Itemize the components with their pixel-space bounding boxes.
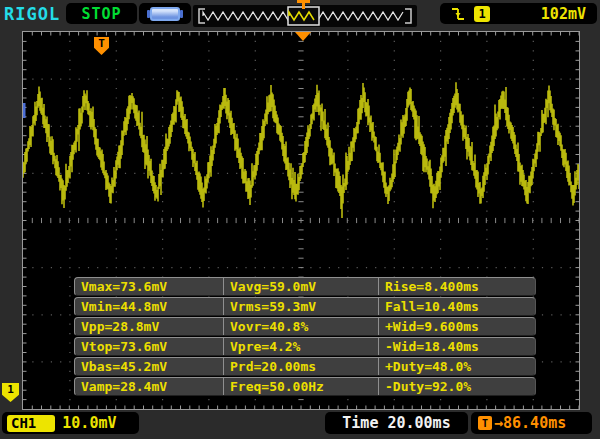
channel1-badge: CH1 [7,415,55,432]
measurement-cell: -Duty=92.0% [378,378,535,395]
timebase-value: Time 20.00ms [342,414,450,432]
measurement-cell: Vbas=45.2mV [75,358,223,375]
battery-icon [147,7,183,21]
oscilloscope-screen: RIGOL STOP 1 102mV T 1 Vmax=73.6mVVavg=5… [0,0,600,439]
trigger-offset-readout: T →86.40ms [471,412,592,434]
trigger-level-value: 102mV [541,5,586,23]
measurement-cell: Vmax=73.6mV [75,278,223,295]
measurement-cell: Rise=8.400ms [378,278,535,295]
measurement-cell: Fall=10.40ms [378,298,535,315]
falling-edge-icon [451,6,465,22]
trigger-info: 1 102mV [440,3,597,24]
measurement-row: Vamp=28.4mVFreq=50.00Hz-Duty=92.0% [74,377,536,396]
measurement-row: Vbas=45.2mVPrd=20.00ms+Duty=48.0% [74,357,536,376]
channel1-status: CH1 10.0mV [2,412,139,434]
brand-logo: RIGOL [4,4,60,24]
measurements-panel: Vmax=73.6mVVavg=59.0mVRise=8.400msVmin=4… [74,277,536,397]
measurement-cell: Vamp=28.4mV [75,378,223,395]
measurement-cell: Prd=20.00ms [223,358,378,375]
measurement-cell: -Wid=18.40ms [378,338,535,355]
measurement-cell: Vpre=4.2% [223,338,378,355]
run-status-label: STOP [81,5,121,23]
measurement-row: Vmax=73.6mVVavg=59.0mVRise=8.400ms [74,277,536,296]
measurement-cell: Vovr=40.8% [223,318,378,335]
measurement-cell: Vtop=73.6mV [75,338,223,355]
trigger-offset-t-icon: T [478,416,492,430]
timebase-readout: Time 20.00ms [325,412,468,434]
channel1-badge-label: CH1 [11,415,36,431]
trigger-offset-value: →86.40ms [494,414,566,432]
run-status-badge: STOP [66,3,137,24]
measurement-row: Vmin=44.8mVVrms=59.3mVFall=10.40ms [74,297,536,316]
channel1-scale: 10.0mV [62,414,116,432]
measurement-row: Vpp=28.8mVVovr=40.8%+Wid=9.600ms [74,317,536,336]
battery-indicator [139,3,191,24]
measurement-cell: Vmin=44.8mV [75,298,223,315]
measurement-cell: Freq=50.00Hz [223,378,378,395]
measurement-cell: Vavg=59.0mV [223,278,378,295]
measurement-row: Vtop=73.6mVVpre=4.2%-Wid=18.40ms [74,337,536,356]
measurement-cell: +Duty=48.0% [378,358,535,375]
measurement-cell: Vpp=28.8mV [75,318,223,335]
preview-trigger-marker [297,0,310,9]
measurement-cell: Vrms=59.3mV [223,298,378,315]
trigger-source-badge: 1 [474,6,490,22]
channel1-level-marker: 1 [2,383,19,402]
measurement-cell: +Wid=9.600ms [378,318,535,335]
horizontal-center-marker [295,32,311,41]
